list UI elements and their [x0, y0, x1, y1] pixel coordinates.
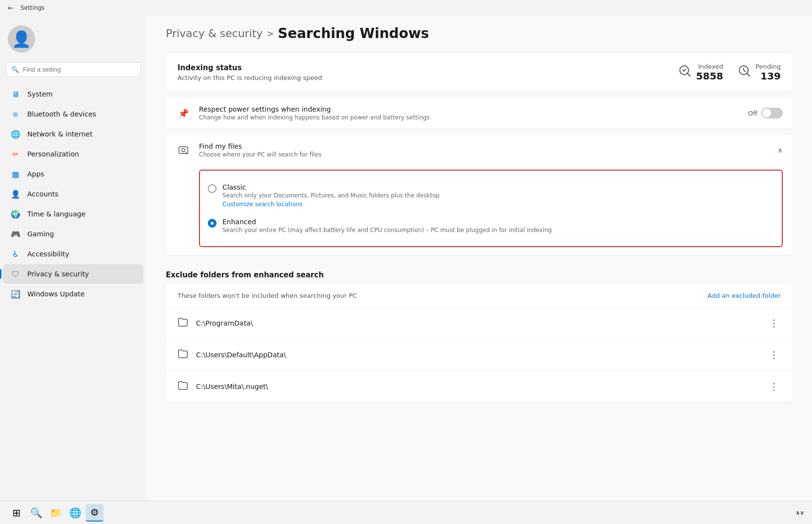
taskbar-right: ∧∨	[795, 509, 804, 516]
accounts-icon: 👤	[11, 189, 20, 199]
power-toggle-row: Off	[748, 108, 783, 118]
sidebar-item-label: Bluetooth & devices	[27, 110, 96, 118]
network-icon: 🌐	[11, 129, 20, 139]
sidebar-item-system[interactable]: 🖥 System	[3, 84, 143, 104]
apps-icon: ▦	[11, 169, 20, 179]
pending-icon	[738, 64, 752, 81]
power-text: Respect power settings when indexing Cha…	[199, 105, 740, 121]
update-icon: 🔄	[11, 289, 20, 299]
exclude-header-text: These folders won't be included when sea…	[178, 292, 357, 299]
sidebar-item-bluetooth[interactable]: ⧆ Bluetooth & devices	[3, 104, 143, 124]
search-mode-options: Classic Search only your Documents, Pict…	[199, 170, 783, 247]
breadcrumb-separator: >	[267, 28, 274, 39]
taskbar: ⊞ 🔍 📁 🌐 ⚙ ∧∨	[0, 501, 812, 524]
folder-menu-2[interactable]: ⋮	[767, 379, 781, 394]
customize-link[interactable]: Customize search locations	[222, 201, 302, 208]
back-button[interactable]: ←	[6, 3, 16, 13]
power-toggle[interactable]	[761, 108, 783, 118]
sidebar: 👤 🔍 🖥 System ⧆ Bluetooth & devices 🌐 Net…	[0, 16, 146, 501]
sidebar-item-label: Apps	[27, 170, 44, 178]
content-area: Privacy & security > Searching Windows I…	[146, 16, 812, 501]
folder-row-2: C:\Users\Mita\.nuget\ ⋮	[166, 371, 792, 402]
find-files-icon	[176, 142, 191, 158]
classic-option[interactable]: Classic Search only your Documents, Pict…	[208, 178, 774, 213]
titlebar-title: Settings	[20, 4, 44, 11]
sidebar-item-gaming[interactable]: 🎮 Gaming	[3, 224, 143, 244]
sidebar-item-network[interactable]: 🌐 Network & internet	[3, 124, 143, 144]
power-desc: Change how and when indexing happens bas…	[199, 114, 740, 121]
taskbar-left: ⊞ 🔍 📁 🌐 ⚙	[8, 504, 103, 522]
folder-row-0: C:\ProgramData\ ⋮	[166, 308, 792, 339]
folder-path-1: C:\Users\Default\AppData\	[196, 351, 759, 359]
avatar[interactable]: 👤	[8, 25, 35, 53]
main-layout: 👤 🔍 🖥 System ⧆ Bluetooth & devices 🌐 Net…	[0, 16, 812, 501]
search-icon: 🔍	[11, 66, 19, 73]
taskbar-file-explorer[interactable]: 📁	[47, 504, 64, 522]
folder-icon-2	[178, 381, 188, 393]
enhanced-desc: Search your entire PC (may affect batter…	[222, 227, 552, 233]
sidebar-item-label: Personalization	[27, 150, 79, 158]
enhanced-title: Enhanced	[222, 218, 552, 226]
indexed-info: Indexed 5858	[696, 63, 723, 82]
find-files-header[interactable]: Find my files Choose where your PC will …	[166, 135, 792, 166]
sidebar-item-privacy[interactable]: 🛡 Privacy & security	[3, 264, 143, 284]
taskbar-search[interactable]: 🔍	[27, 504, 45, 522]
indexed-label: Indexed	[696, 63, 723, 70]
power-title: Respect power settings when indexing	[199, 105, 740, 113]
sidebar-item-time[interactable]: 🌍 Time & language	[3, 204, 143, 224]
sidebar-item-label: Windows Update	[27, 290, 85, 298]
sidebar-item-label: Privacy & security	[27, 270, 89, 278]
folder-menu-0[interactable]: ⋮	[767, 315, 781, 331]
taskbar-settings[interactable]: ⚙	[86, 504, 103, 522]
chevron-up-icon: ∧	[778, 146, 783, 154]
classic-radio[interactable]	[208, 184, 217, 193]
sidebar-item-label: Accounts	[27, 190, 59, 198]
indexing-description: Activity on this PC is reducing indexing…	[178, 74, 322, 81]
sidebar-item-label: Time & language	[27, 210, 85, 218]
folder-menu-1[interactable]: ⋮	[767, 347, 781, 363]
search-input[interactable]	[23, 66, 135, 73]
folder-row-1: C:\Users\Default\AppData\ ⋮	[166, 339, 792, 371]
accessibility-icon: ♿	[11, 249, 20, 259]
sidebar-item-update[interactable]: 🔄 Windows Update	[3, 284, 143, 304]
titlebar: ← Settings	[0, 0, 812, 16]
sidebar-item-personalization[interactable]: ✏ Personalization	[3, 144, 143, 164]
exclude-folders-card: These folders won't be included when sea…	[166, 284, 792, 402]
folder-icon-1	[178, 349, 188, 361]
find-files-text: Find my files Choose where your PC will …	[199, 142, 770, 158]
find-files-card: Find my files Choose where your PC will …	[166, 135, 792, 255]
svg-point-3	[182, 149, 185, 152]
find-files-desc: Choose where your PC will search for fil…	[199, 151, 770, 158]
svg-rect-2	[179, 147, 188, 154]
enhanced-radio[interactable]	[208, 219, 217, 228]
taskbar-chevrons: ∧∨	[795, 509, 804, 516]
sidebar-nav: 🖥 System ⧆ Bluetooth & devices 🌐 Network…	[0, 84, 146, 304]
enhanced-option[interactable]: Enhanced Search your entire PC (may affe…	[208, 213, 774, 238]
toggle-off-label: Off	[748, 110, 757, 117]
sidebar-item-accessibility[interactable]: ♿ Accessibility	[3, 244, 143, 264]
personalization-icon: ✏	[11, 149, 20, 159]
folder-icon-0	[178, 317, 188, 330]
indexing-status-text: Indexing status Activity on this PC is r…	[178, 63, 322, 81]
power-icon: 📌	[176, 105, 191, 121]
search-box[interactable]: 🔍	[6, 62, 140, 77]
user-avatar-section: 👤	[0, 20, 146, 62]
power-settings-card: 📌 Respect power settings when indexing C…	[166, 97, 792, 129]
add-excluded-folder-button[interactable]: Add an excluded folder	[708, 292, 781, 299]
sidebar-item-apps[interactable]: ▦ Apps	[3, 164, 143, 184]
indexing-title: Indexing status	[178, 63, 322, 72]
pending-value: 139	[755, 70, 781, 82]
breadcrumb-parent: Privacy & security	[166, 27, 263, 39]
sidebar-item-label: Gaming	[27, 230, 54, 238]
pending-info: Pending 139	[755, 63, 781, 82]
indexed-value: 5858	[696, 70, 723, 82]
power-settings-row: 📌 Respect power settings when indexing C…	[166, 97, 792, 129]
indexed-icon	[678, 64, 692, 81]
privacy-icon: 🛡	[11, 269, 20, 279]
sidebar-item-accounts[interactable]: 👤 Accounts	[3, 184, 143, 204]
indexing-stats: Indexed 5858 Pending 139	[678, 63, 781, 82]
taskbar-browser[interactable]: 🌐	[66, 504, 84, 522]
classic-text: Classic Search only your Documents, Pict…	[222, 183, 439, 208]
start-button[interactable]: ⊞	[8, 504, 25, 522]
classic-title: Classic	[222, 183, 439, 191]
